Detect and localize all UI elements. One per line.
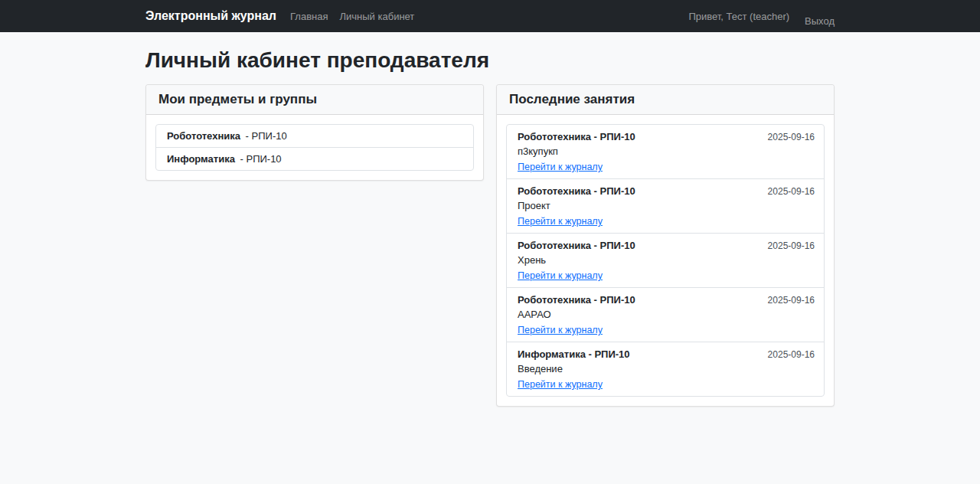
lesson-date: 2025-09-16 bbox=[768, 295, 815, 306]
lesson-list-item: Робототехника - РПИ-10 Хрень Перейти к ж… bbox=[507, 234, 824, 288]
brand-link[interactable]: Электронный журнал bbox=[145, 9, 276, 23]
subject-group: - РПИ-10 bbox=[240, 153, 282, 165]
lesson-topic: Хрень bbox=[518, 254, 815, 267]
go-to-journal-link[interactable]: Перейти к журналу bbox=[518, 162, 603, 173]
lesson-date: 2025-09-16 bbox=[768, 132, 815, 142]
lesson-topic: Проект bbox=[518, 200, 815, 212]
subject-list-item: Информатика - РПИ-10 bbox=[156, 148, 473, 170]
go-to-journal-link[interactable]: Перейти к журналу bbox=[518, 270, 603, 282]
go-to-journal-link[interactable]: Перейти к журналу bbox=[518, 379, 603, 391]
lesson-date: 2025-09-16 bbox=[768, 240, 815, 251]
lesson-list-item: Робототехника - РПИ-10 п3купукп Перейти … bbox=[507, 125, 824, 179]
lesson-topic: Введение bbox=[518, 363, 815, 375]
lesson-topic: ААРАО bbox=[518, 309, 815, 321]
subject-list-item: Робототехника - РПИ-10 bbox=[156, 125, 473, 148]
subjects-card: Мои предметы и группы Робототехника - РП… bbox=[145, 84, 484, 181]
subjects-card-header: Мои предметы и группы bbox=[146, 85, 483, 115]
user-greeting: Привет, Тест (teacher) bbox=[688, 11, 789, 22]
cards-row: Мои предметы и группы Робототехника - РП… bbox=[145, 84, 835, 407]
lesson-topic: п3купукп bbox=[518, 146, 815, 158]
lessons-list: Робототехника - РПИ-10 п3купукп Перейти … bbox=[506, 124, 825, 397]
lessons-column: Последние занятия Робототехника - РПИ-10… bbox=[496, 84, 835, 407]
subjects-column: Мои предметы и группы Робототехника - РП… bbox=[145, 84, 484, 181]
top-navbar: Электронный журнал Главная Личный кабине… bbox=[0, 0, 980, 32]
nav-link-home[interactable]: Главная bbox=[290, 11, 328, 22]
lesson-list-item: Информатика - РПИ-10 Введение Перейти к … bbox=[507, 342, 824, 396]
navbar-container: Электронный журнал Главная Личный кабине… bbox=[145, 9, 835, 23]
lessons-card-body: Робототехника - РПИ-10 п3купукп Перейти … bbox=[497, 115, 834, 406]
lesson-list-item: Робототехника - РПИ-10 Проект Перейти к … bbox=[507, 179, 824, 234]
lessons-card-header: Последние занятия bbox=[497, 85, 834, 115]
nav-link-cabinet[interactable]: Личный кабинет bbox=[340, 11, 415, 22]
logout-button[interactable]: Выход bbox=[805, 15, 835, 27]
lesson-list-item: Робототехника - РПИ-10 ААРАО Перейти к ж… bbox=[507, 288, 824, 342]
lessons-card: Последние занятия Робототехника - РПИ-10… bbox=[496, 84, 835, 407]
go-to-journal-link[interactable]: Перейти к журналу bbox=[518, 216, 603, 227]
lesson-date: 2025-09-16 bbox=[768, 186, 815, 197]
lesson-date: 2025-09-16 bbox=[768, 349, 815, 360]
subjects-list: Робототехника - РПИ-10 Информатика - РПИ… bbox=[155, 124, 474, 171]
page-title: Личный кабинет преподавателя bbox=[145, 48, 835, 73]
subject-name: Робототехника bbox=[167, 130, 240, 142]
subject-name: Информатика bbox=[167, 153, 235, 165]
subjects-card-body: Робототехника - РПИ-10 Информатика - РПИ… bbox=[146, 115, 483, 180]
main-container: Личный кабинет преподавателя Мои предмет… bbox=[145, 48, 835, 407]
navbar-right-group: Привет, Тест (teacher) Выход bbox=[688, 11, 835, 22]
subject-group: - РПИ-10 bbox=[246, 130, 287, 142]
go-to-journal-link[interactable]: Перейти к журналу bbox=[518, 325, 603, 336]
